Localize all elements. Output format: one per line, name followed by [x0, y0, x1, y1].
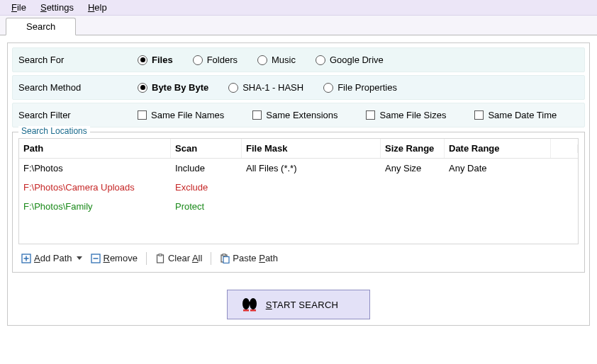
menu-settings-rest: ettings: [47, 2, 74, 13]
radio-byte-label: Byte By Byte: [152, 82, 208, 93]
radio-google-drive-label: Google Drive: [330, 55, 384, 65]
svg-rect-14: [250, 309, 256, 312]
col-size-range[interactable]: Size Range: [381, 139, 445, 158]
col-file-mask[interactable]: File Mask: [242, 139, 381, 158]
clear-all-post: ll: [199, 253, 203, 263]
search-locations-fieldset: Search Locations Path Scan File Mask Siz…: [12, 132, 585, 273]
check-same-extensions[interactable]: Same Extensions: [252, 110, 337, 120]
svg-rect-9: [223, 254, 225, 255]
col-path[interactable]: Path: [19, 139, 171, 158]
table-body: F:\PhotosIncludeAll Files (*.*)Any SizeA…: [19, 159, 578, 216]
start-search-button[interactable]: START SEARCH: [227, 290, 371, 319]
check-same-extensions-label: Same Extensions: [266, 110, 337, 120]
checkbox-icon: [366, 110, 375, 120]
cell-scan: Protect: [171, 197, 242, 216]
col-scan[interactable]: Scan: [171, 139, 242, 158]
radio-dot-icon: [257, 55, 267, 65]
start-search-wrap: START SEARCH: [12, 290, 585, 319]
cell-scan: Include: [171, 159, 242, 178]
table-row[interactable]: F:\PhotosIncludeAll Files (*.*)Any SizeA…: [19, 159, 578, 178]
locations-table: Path Scan File Mask Size Range Date Rang…: [18, 138, 579, 244]
svg-rect-8: [223, 256, 229, 263]
paste-path-button[interactable]: Paste Path: [218, 251, 279, 265]
check-same-date-time-label: Same Date Time: [488, 110, 557, 120]
radio-dot-icon: [228, 83, 238, 93]
cell-path: F:\Photos: [19, 159, 171, 178]
search-for-label: Search For: [18, 55, 138, 65]
radio-file-properties[interactable]: File Properties: [323, 82, 397, 93]
cell-scan: Exclude: [171, 178, 242, 197]
binoculars-icon: [242, 297, 257, 312]
menu-settings[interactable]: Settings: [33, 1, 81, 14]
radio-dot-icon: [193, 55, 203, 65]
search-for-row: Search For Files Folders Music Google Dr…: [12, 47, 585, 72]
radio-sha1-label: SHA-1 - HASH: [242, 82, 303, 93]
radio-folders-label: Folders: [207, 55, 238, 65]
chevron-down-icon: [77, 256, 82, 260]
cell-date: [445, 183, 551, 192]
check-same-file-names[interactable]: Same File Names: [138, 110, 224, 120]
check-same-date-time[interactable]: Same Date Time: [474, 110, 557, 120]
clipboard-icon: [155, 254, 165, 263]
radio-sha1[interactable]: SHA-1 - HASH: [228, 82, 303, 93]
col-date-range[interactable]: Date Range: [445, 139, 551, 158]
start-search-label: START SEARCH: [266, 300, 339, 310]
radio-music-label: Music: [272, 55, 296, 65]
table-header: Path Scan File Mask Size Range Date Rang…: [19, 139, 578, 159]
search-filter-choices: Same File Names Same Extensions Same Fil…: [138, 110, 557, 120]
checkbox-icon: [252, 110, 262, 120]
radio-byte-by-byte[interactable]: Byte By Byte: [138, 82, 208, 93]
search-locations-legend: Search Locations: [18, 126, 90, 136]
cell-spacer: [551, 164, 578, 173]
plus-square-icon: [21, 254, 31, 263]
search-locations-inner: Path Scan File Mask Size Range Date Rang…: [13, 132, 584, 272]
cell-date: Any Date: [445, 159, 551, 178]
search-filter-label: Search Filter: [18, 110, 138, 120]
cell-mask: [242, 183, 381, 192]
search-method-choices: Byte By Byte SHA-1 - HASH File Propertie…: [138, 82, 397, 93]
cell-mask: [242, 203, 381, 211]
tab-search[interactable]: Search: [6, 18, 76, 35]
paste-path-text: Paste Path: [233, 253, 278, 263]
tab-strip: Search: [0, 16, 597, 35]
cell-size: [381, 203, 445, 211]
search-for-choices: Files Folders Music Google Drive: [138, 55, 384, 65]
toolbar-separator: [211, 252, 211, 265]
paste-icon: [220, 254, 230, 263]
check-same-file-sizes[interactable]: Same File Sizes: [366, 110, 446, 120]
radio-dot-icon: [138, 55, 147, 65]
menu-help[interactable]: Help: [81, 1, 114, 14]
tab-search-label: Search: [26, 21, 55, 32]
radio-dot-icon: [323, 83, 333, 93]
toolbar-separator: [146, 252, 147, 265]
col-spacer: [551, 144, 578, 153]
radio-folders[interactable]: Folders: [193, 55, 238, 65]
remove-text: Remove: [104, 253, 138, 263]
table-row[interactable]: F:\Photos\Camera UploadsExclude: [19, 178, 578, 197]
options-panel: Search For Files Folders Music Google Dr…: [7, 42, 590, 326]
radio-google-drive[interactable]: Google Drive: [316, 55, 384, 65]
add-path-rest: dd Path: [40, 253, 72, 263]
add-path-text: Add Path: [34, 253, 72, 263]
menu-file[interactable]: File: [4, 1, 33, 14]
search-filter-row: Search Filter Same File Names Same Exten…: [12, 103, 585, 127]
cell-size: [381, 183, 445, 192]
menu-file-rest: ile: [17, 2, 26, 13]
remove-button[interactable]: Remove: [89, 251, 139, 265]
minus-square-icon: [91, 254, 101, 263]
remove-rest: emove: [110, 253, 138, 263]
checkbox-icon: [474, 110, 484, 120]
cell-date: [445, 203, 551, 211]
add-path-button[interactable]: Add Path: [20, 251, 84, 265]
main-panel: Search For Files Folders Music Google Dr…: [0, 35, 597, 330]
radio-files[interactable]: Files: [138, 55, 173, 65]
cell-spacer: [551, 203, 578, 211]
radio-music[interactable]: Music: [257, 55, 296, 65]
clear-all-button[interactable]: Clear All: [154, 251, 203, 265]
svg-rect-13: [243, 309, 249, 312]
cell-path: F:\Photos\Camera Uploads: [19, 178, 171, 197]
svg-rect-12: [247, 302, 252, 305]
paste-path-post: ath: [265, 253, 278, 263]
check-same-file-sizes-label: Same File Sizes: [379, 110, 446, 120]
table-row[interactable]: F:\Photos\FamilyProtect: [19, 197, 578, 216]
